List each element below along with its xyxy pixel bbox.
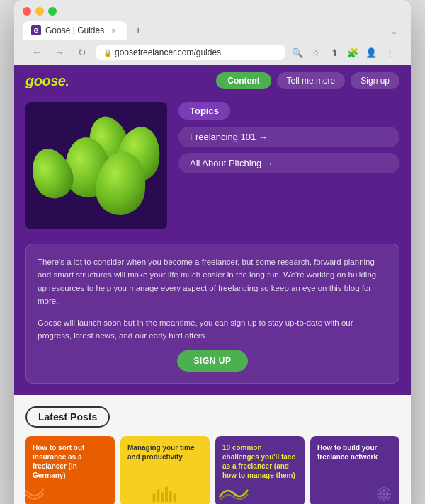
browser-window: G Goose | Guides × + ⌄ ← → ↻ 🔒 goosefree… <box>14 0 411 504</box>
back-button[interactable]: ← <box>28 44 45 61</box>
topics-panel: Topics Freelancing 101 → All About Pitch… <box>178 102 400 179</box>
post-title-4: How to build your freelance network <box>317 443 392 462</box>
tell-more-nav-button[interactable]: Tell me more <box>277 72 346 89</box>
svg-rect-1 <box>157 490 159 502</box>
address-bar-actions: 🔍 ☆ ⬆ 🧩 👤 ⋮ <box>290 45 397 59</box>
tab-bar: G Goose | Guides × + ⌄ <box>23 21 402 40</box>
tab-close-btn[interactable]: × <box>108 25 118 35</box>
description-paragraph-2: Goose will launch soon but in the meanti… <box>38 316 387 343</box>
forward-button[interactable]: → <box>51 44 68 61</box>
post-title-3: 10 common challenges you'll face as a fr… <box>222 443 298 480</box>
site-content: goose. Content Tell me more Sign up Topi… <box>14 65 411 395</box>
post-card-4[interactable]: How to build your freelance network <box>310 436 400 504</box>
post-card-3[interactable]: 10 common challenges you'll face as a fr… <box>215 436 305 504</box>
description-box: There's a lot to consider when you becom… <box>26 244 400 384</box>
tab-title: Goose | Guides <box>45 25 104 35</box>
tab-favicon: G <box>31 25 41 35</box>
all-about-pitching-link[interactable]: All About Pitching → <box>178 153 400 173</box>
post-illustration-3 <box>218 483 249 504</box>
extensions-icon[interactable]: 🧩 <box>346 45 360 59</box>
svg-rect-4 <box>169 491 172 503</box>
search-icon[interactable]: 🔍 <box>290 45 305 59</box>
address-bar-row: ← → ↻ 🔒 goosefreelancer.com/guides 🔍 ☆ ⬆… <box>23 40 402 65</box>
more-options-icon[interactable]: ⋮ <box>382 45 397 59</box>
address-bar[interactable]: 🔒 goosefreelancer.com/guides <box>96 45 285 60</box>
post-card-2[interactable]: Managing your time and productivity <box>120 436 210 504</box>
topics-badge: Topics <box>178 102 230 120</box>
description-paragraph-1: There's a lot to consider when you becom… <box>38 256 387 308</box>
window-expand-btn[interactable]: ⌄ <box>385 22 402 39</box>
svg-rect-3 <box>165 487 168 502</box>
svg-rect-5 <box>174 494 176 503</box>
post-card-1[interactable]: How to sort out insurance as a freelance… <box>26 436 115 504</box>
post-illustration-4 <box>371 484 397 504</box>
new-tab-button[interactable]: + <box>130 22 147 39</box>
minimize-traffic-light[interactable] <box>35 7 44 16</box>
hero-image <box>26 102 167 229</box>
content-nav-button[interactable]: Content <box>216 72 271 89</box>
close-traffic-light[interactable] <box>23 7 31 16</box>
egg-illustration <box>26 102 167 229</box>
browser-chrome: G Goose | Guides × + ⌄ ← → ↻ 🔒 goosefree… <box>14 0 411 65</box>
latest-posts-section: Latest Posts How to sort out insurance a… <box>14 395 411 504</box>
site-nav: goose. Content Tell me more Sign up <box>14 65 411 96</box>
hero-section: Topics Freelancing 101 → All About Pitch… <box>14 96 411 241</box>
svg-rect-0 <box>153 494 156 503</box>
posts-grid: How to sort out insurance as a freelance… <box>26 436 400 504</box>
lock-icon: 🔒 <box>103 49 112 57</box>
bookmark-icon[interactable]: ☆ <box>309 45 323 59</box>
url-text: goosefreelancer.com/guides <box>115 47 221 57</box>
post-title-1: How to sort out insurance as a freelance… <box>33 443 108 480</box>
signup-button[interactable]: SIGN UP <box>177 350 249 372</box>
freelancing-101-link[interactable]: Freelancing 101 → <box>178 127 400 147</box>
refresh-button[interactable]: ↻ <box>74 44 91 61</box>
active-tab[interactable]: G Goose | Guides × <box>23 21 127 40</box>
post-illustration-1 <box>26 481 44 504</box>
profile-icon[interactable]: 👤 <box>364 45 378 59</box>
maximize-traffic-light[interactable] <box>48 7 57 16</box>
latest-posts-header: Latest Posts <box>26 406 110 428</box>
post-title-2: Managing your time and productivity <box>128 443 203 462</box>
svg-rect-2 <box>161 493 164 503</box>
post-illustration-2 <box>149 480 181 504</box>
share-icon[interactable]: ⬆ <box>327 45 341 59</box>
sign-up-nav-button[interactable]: Sign up <box>351 72 400 89</box>
traffic-lights <box>23 7 402 16</box>
site-logo[interactable]: goose. <box>26 73 210 89</box>
